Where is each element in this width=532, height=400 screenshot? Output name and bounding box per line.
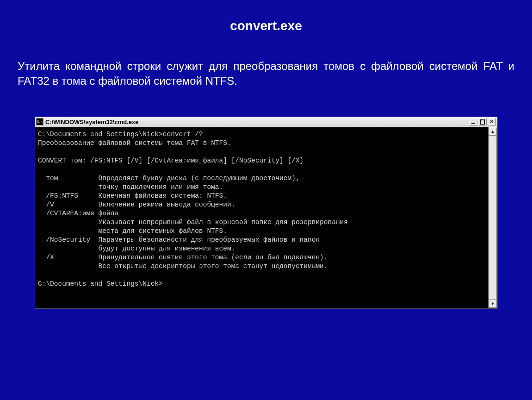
cmd-window: C:\ C:\WINDOWS\system32\cmd.exe C:\Docum… [35, 117, 497, 308]
cmd-icon: C:\ [36, 118, 43, 125]
cmd-body: C:\Documents and Settings\Nick>convert /… [35, 127, 497, 308]
terminal-output[interactable]: C:\Documents and Settings\Nick>convert /… [35, 127, 489, 308]
window-buttons [469, 118, 496, 125]
vertical-scrollbar[interactable]: ▲ ▼ [489, 127, 497, 308]
window-title: C:\WINDOWS\system32\cmd.exe [45, 119, 469, 125]
scroll-thumb[interactable] [489, 136, 497, 300]
slide: convert.exe Утилита командной строки слу… [0, 0, 532, 400]
maximize-button[interactable] [478, 118, 487, 125]
scroll-track[interactable] [489, 136, 497, 300]
close-button[interactable] [488, 118, 496, 125]
minimize-button[interactable] [469, 118, 477, 125]
slide-title: convert.exe [16, 19, 516, 33]
window-titlebar[interactable]: C:\ C:\WINDOWS\system32\cmd.exe [35, 117, 497, 127]
scroll-up-button[interactable]: ▲ [489, 127, 497, 136]
scroll-down-button[interactable]: ▼ [489, 300, 497, 308]
slide-description: Утилита командной строки служит для прео… [16, 59, 516, 89]
